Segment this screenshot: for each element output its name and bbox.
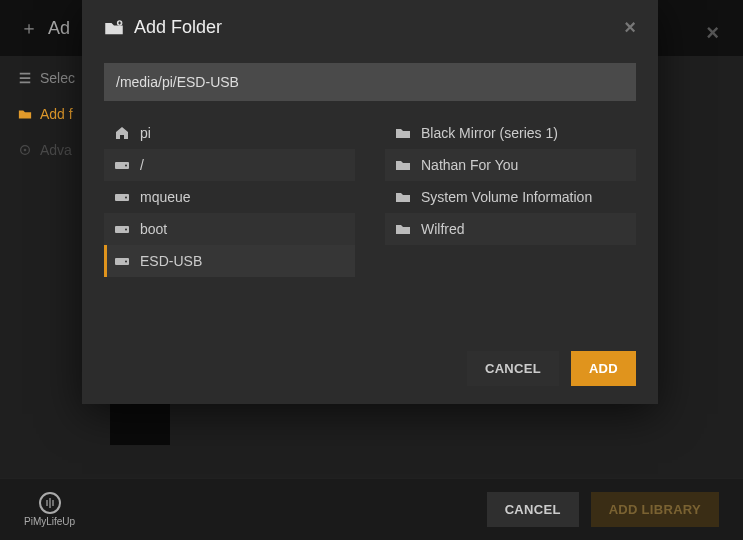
modal-header: Add Folder ×	[82, 0, 658, 55]
home-icon	[114, 125, 130, 141]
row-label: Wilfred	[421, 221, 465, 237]
drive-row[interactable]: ESD-USB	[104, 245, 355, 277]
drive-row[interactable]: pi	[104, 117, 355, 149]
cancel-button[interactable]: CANCEL	[467, 351, 559, 386]
plus-icon: ＋	[20, 16, 38, 40]
folder-icon	[395, 157, 411, 173]
row-label: Nathan For You	[421, 157, 518, 173]
folder-icon	[395, 189, 411, 205]
gear-icon	[18, 143, 32, 157]
bg-cancel-button[interactable]: CANCEL	[487, 492, 579, 527]
drive-icon	[114, 157, 130, 173]
path-input-wrap	[104, 63, 636, 101]
row-label: System Volume Information	[421, 189, 592, 205]
drive-row[interactable]: /	[104, 149, 355, 181]
add-button[interactable]: ADD	[571, 351, 636, 386]
add-folder-modal: Add Folder × pi/mqueuebootESD-USB Black …	[82, 0, 658, 404]
folder-row[interactable]: Wilfred	[385, 213, 636, 245]
row-label: /	[140, 157, 144, 173]
row-label: Black Mirror (series 1)	[421, 125, 558, 141]
row-label: boot	[140, 221, 167, 237]
bars-icon	[18, 71, 32, 85]
bg-close-icon[interactable]: ×	[706, 20, 719, 46]
logo: PiMyLifeUp	[24, 492, 75, 527]
modal-close-icon[interactable]: ×	[624, 16, 636, 39]
path-input[interactable]	[104, 63, 636, 101]
row-label: ESD-USB	[140, 253, 202, 269]
folder-browser: pi/mqueuebootESD-USB Black Mirror (serie…	[82, 117, 658, 277]
bg-title: Ad	[48, 18, 70, 39]
folder-icon	[395, 125, 411, 141]
folder-plus-icon	[104, 18, 124, 38]
logo-text: PiMyLifeUp	[24, 516, 75, 527]
folder-row[interactable]: Nathan For You	[385, 149, 636, 181]
sidebar-label: Selec	[40, 70, 75, 86]
drive-icon	[114, 221, 130, 237]
logo-icon	[39, 492, 61, 514]
sidebar-label: Add f	[40, 106, 73, 122]
bg-footer: PiMyLifeUp CANCEL ADD LIBRARY	[0, 478, 743, 540]
folder-row[interactable]: Black Mirror (series 1)	[385, 117, 636, 149]
row-label: pi	[140, 125, 151, 141]
folder-row[interactable]: System Volume Information	[385, 181, 636, 213]
folder-column: Black Mirror (series 1)Nathan For YouSys…	[385, 117, 636, 277]
drive-icon	[114, 189, 130, 205]
drive-column: pi/mqueuebootESD-USB	[104, 117, 355, 277]
folder-icon	[18, 107, 32, 121]
drive-row[interactable]: boot	[104, 213, 355, 245]
drive-icon	[114, 253, 130, 269]
folder-icon	[395, 221, 411, 237]
row-label: mqueue	[140, 189, 191, 205]
modal-title: Add Folder	[134, 17, 222, 38]
sidebar-label: Adva	[40, 142, 72, 158]
modal-footer: CANCEL ADD	[82, 333, 658, 404]
bg-add-library-button[interactable]: ADD LIBRARY	[591, 492, 719, 527]
drive-row[interactable]: mqueue	[104, 181, 355, 213]
